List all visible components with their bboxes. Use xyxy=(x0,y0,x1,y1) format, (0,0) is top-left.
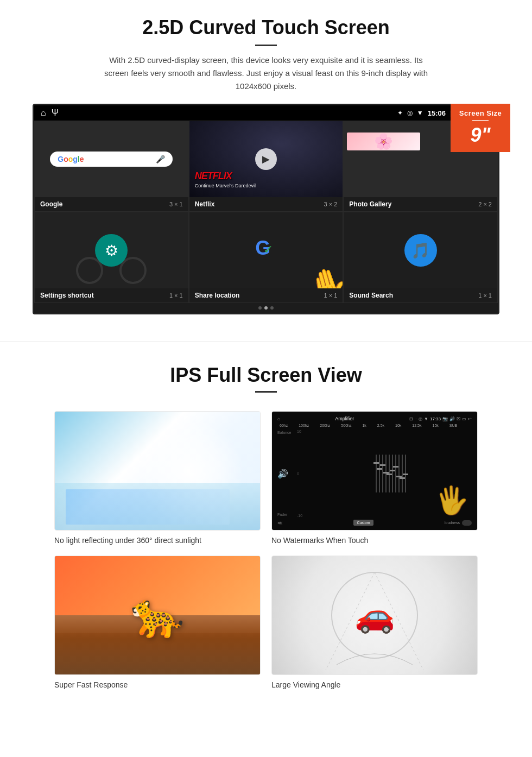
title-divider xyxy=(255,45,277,46)
google-search-bar[interactable]: Google 🎤 xyxy=(50,152,173,167)
section-ips-screen: IPS Full Screen View No light reflecting… xyxy=(0,358,532,711)
netflix-grid-size: 3 × 2 xyxy=(324,201,338,207)
microphone-icon[interactable]: 🎤 xyxy=(156,155,165,163)
share-app-name: Share location xyxy=(195,292,240,299)
gallery-grid-size: 2 × 2 xyxy=(478,201,492,207)
app-cell-share[interactable]: G ✓ 🤚 Share location 1 × 1 xyxy=(189,212,344,303)
eq-handle-6 xyxy=(390,470,395,471)
sound-app-name: Sound Search xyxy=(349,292,393,299)
angle-indicator xyxy=(320,567,429,675)
loudness-toggle[interactable] xyxy=(462,520,472,526)
usb-icon: Ψ xyxy=(52,108,59,118)
sound-icon-circle: 🎵 xyxy=(404,234,437,267)
eq-handle-1 xyxy=(373,462,379,464)
ghost-icons xyxy=(35,257,188,284)
badge-divider xyxy=(472,120,489,121)
google-label-row: Google 3 × 1 xyxy=(35,197,188,211)
netflix-label-row: Netflix 3 × 2 xyxy=(189,197,343,211)
feature-equalizer: ⌂ Amplifier ⊟··◎▼ 17:33 📷🔊☒▭↩ 60hz100hz2… xyxy=(271,411,478,545)
netflix-logo: NETFLIX xyxy=(195,171,232,182)
angle-svg xyxy=(320,567,429,675)
netflix-app-name: Netflix xyxy=(195,200,215,208)
cheetah-image: 🐆 xyxy=(54,556,261,675)
settings-grid-size: 1 × 1 xyxy=(169,292,183,299)
feature-sunlight: No light reflecting under 360° direct su… xyxy=(54,411,261,545)
eq-slider-10 xyxy=(405,455,406,493)
svg-line-1 xyxy=(375,572,423,670)
eq-slider-1 xyxy=(376,455,377,493)
eq-status-icons: ⊟··◎▼ 17:33 📷🔊☒▭↩ xyxy=(409,417,472,421)
equalizer-visual: ⌂ Amplifier ⊟··◎▼ 17:33 📷🔊☒▭↩ 60hz100hz2… xyxy=(272,412,477,530)
settings-thumbnail: ⚙ xyxy=(35,212,188,288)
google-logo: Google xyxy=(58,155,84,163)
ghost-icon-2 xyxy=(119,257,147,284)
google-grid-size: 3 × 1 xyxy=(169,201,183,207)
share-label-row: Share location 1 × 1 xyxy=(189,288,343,302)
car-caption: Large Viewing Angle xyxy=(271,680,478,689)
feature-cheetah: 🐆 Super Fast Response xyxy=(54,556,261,689)
music-note-icon: 🎵 xyxy=(411,242,430,260)
status-left: ⌂ Ψ xyxy=(41,108,59,118)
app-cell-sound[interactable]: 🎵 Sound Search 1 × 1 xyxy=(343,212,498,303)
section2-title: IPS Full Screen View xyxy=(33,364,499,387)
eq-bars-container: 10 0 -10 xyxy=(297,428,474,519)
dot-1 xyxy=(258,306,262,310)
eq-handle-10 xyxy=(403,474,408,475)
netflix-play-button[interactable]: ▶ xyxy=(255,148,277,170)
status-bar: ⌂ Ψ ✦ ◎ ▼ 15:06 📷 🔊 ☒ ▭ xyxy=(34,105,498,121)
cheetah-emoji: 🐆 xyxy=(130,590,185,641)
signal-icon: ▼ xyxy=(417,109,423,117)
svg-line-0 xyxy=(326,572,375,670)
eq-slider-3 xyxy=(382,455,383,493)
eq-nav-icons: ≪ xyxy=(277,520,282,526)
google-thumbnail: Google 🎤 xyxy=(35,121,188,197)
app-cell-google[interactable]: Google 🎤 Google 3 × 1 xyxy=(34,121,189,212)
eq-slider-8 xyxy=(398,455,400,493)
dot-2 xyxy=(264,306,268,310)
sound-label-row: Sound Search 1 × 1 xyxy=(344,288,497,302)
bluetooth-icon: ✦ xyxy=(397,109,403,117)
dot-3 xyxy=(270,306,274,310)
eq-custom-button[interactable]: Custom xyxy=(353,520,373,526)
section1-description: With 2.5D curved-display screen, this de… xyxy=(103,54,429,93)
ghost-icon-1 xyxy=(76,257,103,284)
eq-sliders xyxy=(376,452,406,495)
cheetah-visual: 🐆 xyxy=(55,556,260,674)
eq-side-labels: Balance 🔊 Fader xyxy=(275,428,297,519)
eq-title: Amplifier xyxy=(335,416,354,421)
eq-home-icon: ⌂ xyxy=(277,417,280,421)
eq-handle-2 xyxy=(377,468,382,470)
dots-indicator xyxy=(34,303,498,313)
section-curved-screen: 2.5D Curved Touch Screen With 2.5D curve… xyxy=(0,0,532,325)
share-thumbnail: G ✓ 🤚 xyxy=(189,212,343,288)
share-grid-size: 1 × 1 xyxy=(324,292,338,299)
screen-size-badge: Screen Size 9" xyxy=(451,104,510,152)
eq-footer: ≪ Custom loudness xyxy=(275,519,474,527)
feature-car: 🚗 Large Viewing Angle xyxy=(271,556,478,689)
gallery-photo-1: 🌸 xyxy=(347,133,420,150)
gallery-label-row: Photo Gallery 2 × 2 xyxy=(344,197,497,211)
netflix-thumbnail: ▶ NETFLIX Continue Marvel's Daredevil xyxy=(189,121,343,197)
app-cell-netflix[interactable]: ▶ NETFLIX Continue Marvel's Daredevil Ne… xyxy=(189,121,344,212)
home-icon[interactable]: ⌂ xyxy=(41,108,46,118)
eq-handle-9 xyxy=(400,477,405,479)
eq-slider-7 xyxy=(395,455,396,493)
gallery-app-name: Photo Gallery xyxy=(349,200,391,208)
settings-label-row: Settings shortcut 1 × 1 xyxy=(35,288,188,302)
section2-divider xyxy=(255,391,277,393)
sound-grid-size: 1 × 1 xyxy=(478,292,492,299)
app-cell-settings[interactable]: ⚙ Settings shortcut 1 × 1 xyxy=(34,212,189,303)
eq-slider-6 xyxy=(392,455,393,493)
maps-pin-icon: ✓ xyxy=(263,243,273,257)
eq-db-labels: 10 0 -10 xyxy=(297,428,302,519)
eq-loudness-control: loudness xyxy=(445,520,472,526)
eq-slider-5 xyxy=(389,455,390,493)
section1-title: 2.5D Curved Touch Screen xyxy=(33,16,499,39)
eq-main-area: Balance 🔊 Fader 10 0 -10 xyxy=(275,428,474,519)
settings-app-name: Settings shortcut xyxy=(40,292,94,299)
app-grid: Google 🎤 Google 3 × 1 xyxy=(34,121,498,303)
android-screen: ⌂ Ψ ✦ ◎ ▼ 15:06 📷 🔊 ☒ ▭ xyxy=(33,104,499,314)
sunlight-visual xyxy=(55,412,260,530)
badge-size-value: 9" xyxy=(455,124,506,147)
status-time: 15:06 xyxy=(428,109,446,117)
